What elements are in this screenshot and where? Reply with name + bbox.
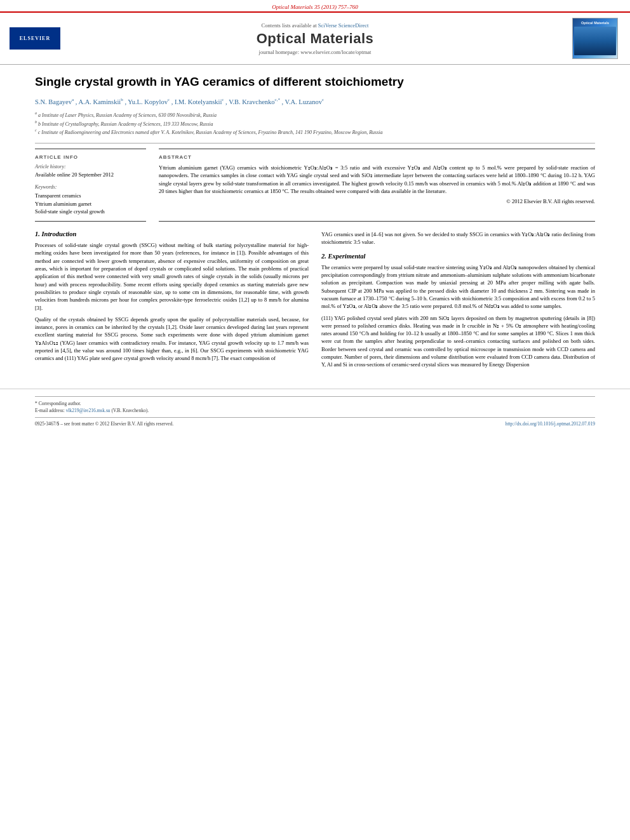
history-label: Article history: [35,164,146,170]
doi-link[interactable]: http://dx.doi.org/10.1016/j.optmat.2012.… [506,421,595,427]
article-title: Single crystal growth in YAG ceramics of… [35,74,595,90]
author-kravchenko: V.B. Kravchenko [229,98,274,105]
author-luzanov: V.A. Luzanov [285,98,322,105]
email-note: E-mail address: vlk219@ire216.msk.su (V.… [35,407,595,414]
section2-para1: The ceramics were prepared by usual soli… [321,263,595,310]
affiliation-c: c c Institute of Radioengineering and El… [35,128,595,137]
author-bagayev: S.N. Bagayev [35,98,72,105]
section2-para2: (111) YAG polished crystal seed plates w… [321,314,595,369]
journal-title-area: Contents lists available at SciVerse Sci… [70,18,560,59]
author-kotelyanskii: I.M. Kotelyanskii [175,98,222,105]
journal-homepage: journal homepage: www.elsevier.com/locat… [259,49,372,55]
issn-line: 0925-3467/$ – see front matter © 2012 El… [35,421,173,427]
email-link[interactable]: vlk219@ire216.msk.su [66,408,111,413]
section1-continuation: YAG ceramics used in [4–6] was not given… [321,230,595,246]
abstract-text: Yttrium aluminium garnet (YAG) ceramics … [159,164,595,195]
keywords-label: Keywords: [35,184,146,190]
cover-title: Optical Materials [581,21,609,25]
footnote-divider [35,396,595,397]
main-content: Single crystal growth in YAG ceramics of… [0,65,630,382]
journal-citation: Optical Materials 35 (2013) 757–760 [272,4,358,10]
footer-section: * Corresponding author. E-mail address: … [0,389,630,431]
cover-photo [574,27,616,55]
sciverse-link[interactable]: SciVerse ScienceDirect [318,22,369,29]
body-left-column: 1. Introduction Processes of solid-state… [35,230,309,373]
footer-bottom: 0925-3467/$ – see front matter © 2012 El… [35,421,595,427]
section1-para2: Quality of the crystals obtained by SSCG… [35,316,309,363]
section1-title: 1. Introduction [35,230,309,237]
section1-para1: Processes of solid-state single crystal … [35,241,309,312]
info-abstract-section: ARTICLE INFO Article history: Available … [35,149,595,222]
author-kopylov: Yu.L. Kopylov [128,98,168,105]
affiliation-b: b b Institute of Crystallography, Russia… [35,119,595,128]
journal-cover-image: Optical Materials [572,18,618,59]
elsevier-logo: ELSEVIER [10,27,60,50]
journal-cover-area: Optical Materials [566,18,624,59]
footer-divider [35,417,595,418]
authors-line: S.N. Bagayeva , A.A. Kaminskiib , Yu.L. … [35,97,595,107]
copyright-notice: © 2012 Elsevier B.V. All rights reserved… [159,198,595,204]
journal-header: ELSEVIER Contents lists available at Sci… [0,11,630,65]
section2-title: 2. Experimental [321,253,595,260]
section-divider [35,143,595,143]
corresponding-author-note: * Corresponding author. [35,400,595,407]
sciverse-line: Contents lists available at SciVerse Sci… [262,22,369,29]
affiliations: a a Institute of Laser Physics, Russian … [35,110,595,137]
abstract-header: ABSTRACT [159,154,595,160]
abstract-box: ABSTRACT Yttrium aluminium garnet (YAG) … [159,149,595,222]
keyword-3: Solid-state single crystal growth [35,208,146,216]
journal-title: Optical Materials [257,30,374,47]
body-right-column: YAG ceramics used in [4–6] was not given… [321,230,595,373]
publisher-logo-area: ELSEVIER [6,18,64,59]
available-online: Available online 20 September 2012 [35,171,146,179]
journal-bar: Optical Materials 35 (2013) 757–760 [0,0,630,11]
doi-line: http://dx.doi.org/10.1016/j.optmat.2012.… [506,421,595,427]
article-info-box: ARTICLE INFO Article history: Available … [35,149,146,222]
author-kaminskii: A.A. Kaminskii [78,98,121,105]
affiliation-a: a a Institute of Laser Physics, Russian … [35,110,595,119]
body-content: 1. Introduction Processes of solid-state… [35,230,595,373]
keyword-1: Transparent ceramics [35,192,146,200]
keyword-2: Yttrium aluminium garnet [35,200,146,208]
article-info-header: ARTICLE INFO [35,154,146,160]
